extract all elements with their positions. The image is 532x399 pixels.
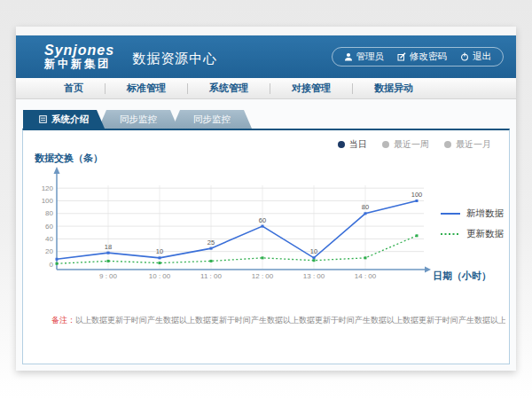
user-icon <box>344 52 353 61</box>
legend-line-icon <box>440 230 461 239</box>
data-point <box>364 212 367 215</box>
radio-dot-icon <box>444 141 451 148</box>
data-point-label: 10 <box>156 247 163 255</box>
logout-button[interactable]: 退出 <box>460 51 491 63</box>
data-point <box>210 247 213 250</box>
footnote-label: 备注： <box>51 316 75 325</box>
data-point-label: 100 <box>411 191 423 199</box>
user-label: 管理员 <box>356 51 385 63</box>
data-point-label: 18 <box>105 243 112 251</box>
footnote: 备注：以上数据更新于时间产生数据以上数据更新于时间产生数据以上数据更新于时间产生… <box>51 315 505 326</box>
radio-dot-icon <box>338 141 345 148</box>
x-tick-label: 14 : 00 <box>355 272 377 280</box>
tab-sync-monitor-2[interactable]: 同步监控 <box>172 110 252 129</box>
y-tick-label: 0 <box>50 261 54 269</box>
data-point <box>56 258 59 261</box>
data-point <box>159 262 161 264</box>
legend-item: 更新数据 <box>440 228 504 240</box>
tab-label: 同步监控 <box>193 113 231 126</box>
x-tick-label: 11 : 00 <box>200 272 222 280</box>
line-chart: 9 : 0010 : 0011 : 0012 : 0013 : 0014 : 0… <box>39 164 440 285</box>
radio-last-week[interactable]: 最近一周 <box>382 138 429 151</box>
logo-brand-text: Synjones <box>44 43 114 59</box>
data-point <box>262 256 264 259</box>
x-axis-arrow-icon <box>425 267 431 273</box>
data-point <box>56 262 59 265</box>
y-tick-label: 40 <box>45 235 53 243</box>
nav-item-home[interactable]: 首页 <box>43 82 105 95</box>
x-axis-title: 日期（小时） <box>433 270 491 283</box>
data-point-label: 60 <box>259 216 266 224</box>
data-point <box>313 259 316 262</box>
y-tick-label: 20 <box>45 247 53 255</box>
chart-panel: 当日 最近一周 最近一月 数据交换（条） 9 : 0010 : 0011 : 0… <box>22 129 510 364</box>
x-tick-label: 10 : 00 <box>149 272 171 280</box>
data-point-label: 80 <box>362 203 369 211</box>
data-point <box>262 225 264 228</box>
nav-item-data-change[interactable]: 数据异动 <box>353 82 434 95</box>
legend-line-icon <box>440 209 461 218</box>
nav-item-standard-management[interactable]: 标准管理 <box>106 82 187 95</box>
edit-icon <box>397 52 406 61</box>
document-icon <box>39 114 47 125</box>
tab-bar: 系统介绍 同步监控 同步监控 <box>22 110 510 129</box>
x-tick-label: 13 : 00 <box>303 272 325 280</box>
y-tick-label: 60 <box>45 223 53 231</box>
window-top-strip <box>16 27 516 35</box>
company-logo: Synjones 新中新集团 <box>44 43 114 70</box>
logo-company-name: 新中新集团 <box>44 59 114 70</box>
tab-sync-monitor-1[interactable]: 同步监控 <box>98 110 178 129</box>
time-range-filter: 当日 最近一周 最近一月 <box>23 130 509 151</box>
y-tick-label: 100 <box>42 197 54 205</box>
legend-label: 新增数据 <box>466 207 504 220</box>
data-point <box>107 260 110 262</box>
data-point <box>364 256 367 259</box>
nav-item-integration-management[interactable]: 对接管理 <box>270 82 352 95</box>
chart-legend: 新增数据更新数据 <box>440 207 504 240</box>
app-header: Synjones 新中新集团 数据资源中心 管理员 修改密码 退出 <box>16 35 516 78</box>
page-title: 数据资源中心 <box>132 51 217 67</box>
legend-label: 更新数据 <box>466 228 504 240</box>
radio-today[interactable]: 当日 <box>338 138 367 151</box>
y-axis-title: 数据交换（条） <box>35 152 103 165</box>
y-axis-arrow-icon <box>54 167 60 174</box>
data-point <box>159 256 161 259</box>
y-tick-label: 80 <box>45 209 53 217</box>
data-point <box>210 260 213 262</box>
legend-item: 新增数据 <box>440 207 504 220</box>
footnote-text: 以上数据更新于时间产生数据以上数据更新于时间产生数据以上数据更新于时间产生数据以… <box>75 316 505 325</box>
radio-label: 最近一月 <box>456 138 491 151</box>
y-tick-label: 120 <box>42 184 54 192</box>
main-nav: 首页 标准管理 系统管理 对接管理 数据异动 <box>16 78 516 99</box>
app-window: Synjones 新中新集团 数据资源中心 管理员 修改密码 退出 <box>16 27 516 371</box>
radio-label: 最近一周 <box>394 138 429 151</box>
user-menu: 管理员 修改密码 退出 <box>332 47 505 66</box>
data-point <box>107 252 110 254</box>
data-point-label: 10 <box>310 247 317 255</box>
radio-last-month[interactable]: 最近一月 <box>444 138 491 151</box>
change-password-button[interactable]: 修改密码 <box>397 51 447 63</box>
tab-label: 同步监控 <box>120 113 157 126</box>
user-button[interactable]: 管理员 <box>344 51 385 63</box>
radio-label: 当日 <box>349 138 367 151</box>
nav-item-system-management[interactable]: 系统管理 <box>188 82 270 95</box>
tab-system-intro[interactable]: 系统介绍 <box>23 110 105 129</box>
logout-label: 退出 <box>473 51 491 63</box>
data-point <box>416 200 419 202</box>
content-area: 系统介绍 同步监控 同步监控 当日 最近一周 <box>16 99 516 371</box>
data-point <box>416 234 419 237</box>
data-point <box>313 256 316 259</box>
x-tick-label: 12 : 00 <box>252 272 274 280</box>
tab-label: 系统介绍 <box>51 113 89 126</box>
radio-dot-icon <box>382 141 389 148</box>
x-tick-label: 9 : 00 <box>99 272 118 280</box>
change-password-label: 修改密码 <box>410 51 447 63</box>
power-icon <box>460 52 469 61</box>
data-point-label: 25 <box>207 239 215 246</box>
